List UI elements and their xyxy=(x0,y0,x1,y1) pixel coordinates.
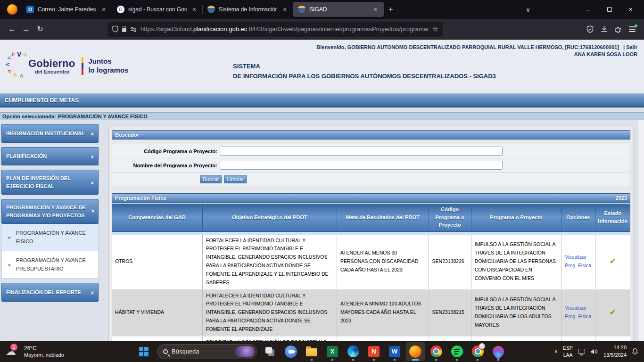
col-codigo: Código Programa o Proyecto xyxy=(429,204,471,231)
reload-button[interactable]: ↻ xyxy=(33,22,47,36)
lock-icon[interactable] xyxy=(122,28,126,32)
word-button[interactable]: W xyxy=(385,342,404,361)
logout-link[interactable]: Salir xyxy=(626,44,637,50)
tab-close-icon[interactable]: × xyxy=(190,6,198,13)
firefox-view-button[interactable] xyxy=(3,1,22,17)
language-indicator[interactable]: ESP LAA xyxy=(563,345,573,358)
new-tab-button[interactable]: + xyxy=(384,2,398,16)
shield-icon[interactable] xyxy=(112,25,118,33)
page-scrollbar[interactable] xyxy=(638,120,644,341)
col-programa: Programa o Proyecto xyxy=(471,204,561,231)
nombre-input[interactable] xyxy=(220,161,503,170)
user-name: ANA KAREN SOSA LOOR xyxy=(164,51,637,57)
chrome-button[interactable] xyxy=(427,342,446,361)
tab-close-icon[interactable]: × xyxy=(372,6,379,13)
taskbar-search[interactable]: Búsqueda xyxy=(157,344,257,359)
chat-button[interactable] xyxy=(281,342,300,361)
nombre-label: Nombre del Programa o Proyecto: xyxy=(112,163,220,168)
main-content: Buscador Código Programa o Proyecto: Nom… xyxy=(108,127,634,341)
table-row: OTROS FORTALECER LA IDENTIDAD CULTURAL Y… xyxy=(112,235,630,289)
window-controls: – × xyxy=(578,0,641,18)
estado-check-icon: ✔ xyxy=(595,336,630,341)
nitro-pdf-button[interactable]: N xyxy=(364,342,383,361)
extensions-puzzle-icon[interactable] xyxy=(611,22,625,36)
url-bar[interactable]: https://sigad3cloud.planificacion.gob.ec… xyxy=(107,22,443,37)
browser-navbar: ← → ↻ https://sigad3cloud.planificacion.… xyxy=(0,19,644,40)
selected-option-value: PROGRAMACIÓN Y AVANCE FÍSICO xyxy=(58,114,148,119)
bookmark-star-icon[interactable]: ☆ xyxy=(432,25,438,33)
system-title-line2: DE INFORMACIÓN PARA LOS GOBIERNOS AUTÓNO… xyxy=(233,71,637,81)
volume-icon[interactable] xyxy=(590,348,598,355)
minimize-button[interactable]: – xyxy=(578,0,599,18)
sidebar-item-planificacion[interactable]: PLANIFICACIÓN » xyxy=(1,147,99,166)
sidebar-item-plan-de-inversion[interactable]: PLAN DE INVERSIÓN DEL EJERCICIO FISCAL » xyxy=(1,170,99,195)
weather-widget[interactable]: ☁ 1 26°C Mayorm. nublado xyxy=(0,345,64,358)
visualizar-link[interactable]: Visualizar Prog. Física xyxy=(561,336,595,341)
restore-button[interactable] xyxy=(599,0,620,18)
google-icon: G xyxy=(117,6,124,13)
cell-programa: IMPULSO A LA GESTIÓN SOCIAL A TRAVÉS DE … xyxy=(471,235,561,289)
language-line1: ESP xyxy=(563,345,573,351)
cast-screen-icon[interactable] xyxy=(578,349,585,354)
menubar-cumplimiento-de-metas[interactable]: CUMPLIMIENTO DE METAS xyxy=(0,93,644,107)
downloads-icon[interactable] xyxy=(597,22,611,36)
paint-app-button[interactable] xyxy=(489,342,508,361)
excel-button[interactable]: X xyxy=(323,342,342,361)
year-label: 2023 xyxy=(616,195,627,201)
tab-title: SIGAD xyxy=(309,6,368,13)
close-window-button[interactable]: × xyxy=(620,0,641,18)
app-menu-hamburger-icon[interactable] xyxy=(625,22,639,36)
system-title-line1: SISTEMA xyxy=(233,61,637,71)
sidebar-item-programacion-y-avance[interactable]: PROGRAMACIÓN Y AVANCE DE PROGRAMAS Y/O P… xyxy=(1,199,99,224)
clock[interactable]: 14:20 13/5/2024 xyxy=(603,344,627,359)
firefox-button[interactable] xyxy=(406,342,425,361)
logo-text: Gobierno del Encuentro xyxy=(28,58,75,74)
limpiar-button[interactable]: Limpiar xyxy=(224,175,247,183)
tab-sistema-informacion[interactable]: Sistema de Información para lo × xyxy=(203,2,293,17)
task-view-button[interactable] xyxy=(261,342,280,361)
start-button[interactable] xyxy=(134,342,153,361)
list-all-tabs-icon[interactable]: ∨ xyxy=(521,6,535,13)
chrome-profile-button[interactable] xyxy=(468,342,487,361)
sidebar-item-label: FINALIZACIÓN DEL REPORTE xyxy=(6,288,81,296)
url-domain: planificacion.gob.ec xyxy=(193,25,247,33)
tab-close-icon[interactable]: × xyxy=(281,6,289,13)
sidebar-subitem-label: PROGRAMACIÓN Y AVANCE FÍSICO xyxy=(16,230,86,244)
visualizar-link[interactable]: Visualizar Prog. Física xyxy=(561,289,595,336)
crest-icon xyxy=(207,6,215,13)
separator: | xyxy=(623,44,625,50)
logo-tagline: Juntos lo logramos xyxy=(88,57,128,75)
back-button[interactable]: ← xyxy=(5,22,19,36)
visualizar-link[interactable]: Visualizar Prog. Física xyxy=(561,235,595,289)
forward-button[interactable]: → xyxy=(19,22,33,36)
sidebar-subitem-programacion-avance-fisico[interactable]: ▸ PROGRAMACIÓN Y AVANCE FÍSICO xyxy=(1,224,99,251)
cell-meta: ATENDER A MÍNIMO 100 ADULTOS MAYORES CAD… xyxy=(337,289,429,336)
tab-outlook[interactable]: O Correo: Jaime Paredes - Outloo × xyxy=(22,2,112,17)
search-row-codigo: Código Programa o Proyecto: xyxy=(112,144,630,158)
sidebar-item-informacion-institucional[interactable]: INFORMACIÓN INSTITUCIONAL » xyxy=(1,124,99,143)
chevron-down-icon: » xyxy=(88,132,98,134)
file-explorer-button[interactable] xyxy=(302,342,321,361)
notification-bell-icon[interactable] xyxy=(632,348,638,355)
chevron-down-icon: » xyxy=(88,155,98,157)
tray-chevron-up-icon[interactable]: ∧ xyxy=(554,348,558,354)
chrome-icon xyxy=(430,346,442,357)
codigo-input[interactable] xyxy=(220,147,503,156)
logo-line1: Gobierno xyxy=(28,58,75,70)
sidebar-subitem-programacion-avance-presupuestario[interactable]: ▸ PROGRAMACIÓN Y AVANCE PRESUPUESTARIO xyxy=(1,251,99,279)
buscador-panel-header: Buscador xyxy=(112,130,630,140)
spotify-button[interactable] xyxy=(447,342,466,361)
search-icon xyxy=(163,349,168,354)
tab-google-search[interactable]: G sigad - Buscar con Google × xyxy=(112,2,203,17)
protections-shield-icon[interactable] xyxy=(583,22,597,36)
tab-sigad-active[interactable]: SIGAD × xyxy=(293,2,384,17)
url-text[interactable]: https://sigad3cloud.planificacion.gob.ec… xyxy=(140,25,429,33)
edge-button[interactable] xyxy=(344,342,363,361)
time: 14:20 xyxy=(603,344,627,352)
buscar-button[interactable]: Buscar xyxy=(200,175,222,183)
tab-title: sigad - Buscar con Google xyxy=(128,6,187,13)
permissions-icon[interactable] xyxy=(130,26,137,32)
tab-close-icon[interactable]: × xyxy=(100,6,107,13)
search-buttons-row: Buscar Limpiar xyxy=(112,173,630,187)
sidebar-item-finalizacion-del-reporte[interactable]: FINALIZACIÓN DEL REPORTE » xyxy=(1,283,99,302)
